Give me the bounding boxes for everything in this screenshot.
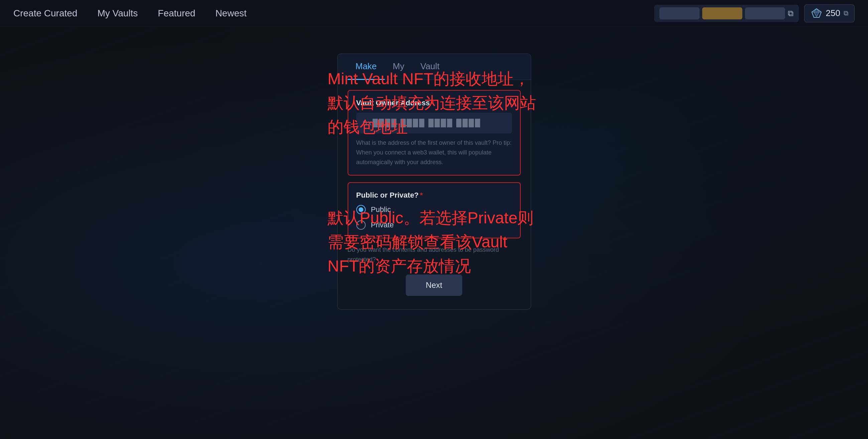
next-btn-wrapper: Next <box>348 274 521 299</box>
wallet-btn-2[interactable] <box>702 7 742 20</box>
nav-links: Create Curated My Vaults Featured Newest <box>13 8 247 19</box>
annotation-text-2: 默认Public。若选择Private则 需要密码解锁查看该Vault NFT的… <box>328 206 536 278</box>
wallet-btn-3[interactable] <box>745 7 785 20</box>
nav-my-vaults[interactable]: My Vaults <box>97 8 138 19</box>
nav-featured[interactable]: Featured <box>158 8 195 19</box>
nav-create-curated[interactable]: Create Curated <box>13 8 77 19</box>
nav-newest[interactable]: Newest <box>215 8 246 19</box>
nft-external-icon[interactable]: ⧉ <box>844 9 848 17</box>
annotation-block: Mint Vault NFT的接收地址， 默认自动填充为连接至该网站 的钱包地址… <box>328 67 536 278</box>
main-content: Make My Vault Vault Owner Address* What … <box>0 27 868 439</box>
navbar: Create Curated My Vaults Featured Newest… <box>0 0 868 27</box>
nft-gem-icon <box>810 7 823 20</box>
expand-icon[interactable]: ⧉ <box>788 9 794 18</box>
wallet-buttons: ⧉ <box>654 5 799 22</box>
nft-badge[interactable]: 250 ⧉ <box>804 4 855 22</box>
nav-right: ⧉ 250 ⧉ <box>654 4 855 22</box>
nft-count: 250 <box>826 8 840 19</box>
annotation-text-1: Mint Vault NFT的接收地址， 默认自动填充为连接至该网站 的钱包地址 <box>328 67 536 139</box>
wallet-btn-1[interactable] <box>659 7 700 20</box>
